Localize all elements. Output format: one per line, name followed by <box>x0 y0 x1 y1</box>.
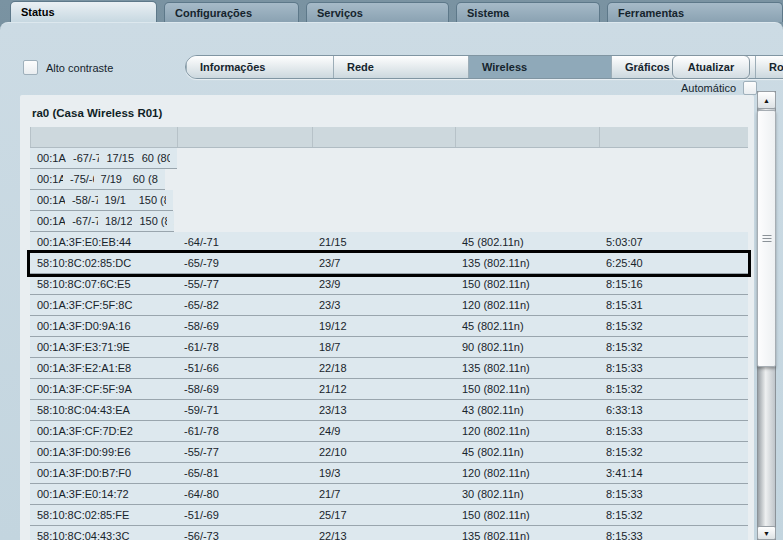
main-tab-label: Sistema <box>467 7 509 19</box>
auto-refresh-checkbox[interactable] <box>743 81 757 95</box>
tab-sistema[interactable]: Sistema <box>456 2 600 22</box>
auto-refresh-control: Automático <box>681 81 757 95</box>
cell-rate: 150 (802.11n) <box>132 215 167 227</box>
cell-mac: 00:1A:3F:CF:7D:E2 <box>30 425 177 437</box>
cell-snr: 23/13 <box>312 404 455 416</box>
cell-mac: 58:10:8C:04:43:3C <box>30 530 177 540</box>
cell-uptime: 8:15:33 <box>599 425 748 437</box>
table-row[interactable]: 00:1A:3F:CF:5F:9A -58/-69 21/12 150 (802… <box>30 379 748 400</box>
cell-snr: 19/3 <box>312 467 455 479</box>
scroll-up-icon[interactable]: ▲ <box>757 91 776 109</box>
cell-signal: -64/-71 <box>177 236 312 248</box>
cell-uptime: 6:33:13 <box>599 404 748 416</box>
refresh-button[interactable]: Atualizar <box>672 55 750 79</box>
cell-mac: 00:1A:3F:CF:5F:9A <box>30 383 177 395</box>
cell-rate: 120 (802.11n) <box>455 467 599 479</box>
main-tab-label: Configurações <box>175 7 252 19</box>
table-row[interactable]: 58:10:8C:04:43:3C -56/-73 22/13 135 (802… <box>30 526 748 540</box>
cell-signal: -55/-77 <box>177 446 312 458</box>
table-row[interactable]: 00:1A:3F:D0:99:E6 -55/-77 22/10 45 (802.… <box>30 442 748 463</box>
tab-configuracoes[interactable]: Configurações <box>164 2 299 22</box>
cell-snr: 17/15 <box>99 152 134 164</box>
table-row[interactable]: 00:1A:3F:E0:EB:44 -64/-71 21/15 45 (802.… <box>30 232 748 253</box>
tab-servicos[interactable]: Serviços <box>306 2 449 22</box>
sub-tab-label: Rotas <box>769 61 783 73</box>
cell-rate: 135 (802.11n) <box>455 530 599 540</box>
cell-rate: 45 (802.11n) <box>455 446 599 458</box>
table-row[interactable]: 00:1A:3F:CF:5F:8C -65/-82 23/3 120 (802.… <box>30 295 748 316</box>
cell-uptime: 5:03:07 <box>599 236 748 248</box>
column-header <box>455 127 599 147</box>
cell-uptime: 3:41:14 <box>599 467 748 479</box>
cell-uptime: 2:54:02 <box>167 215 174 227</box>
cell-rate: 135 (802.11n) <box>455 257 599 269</box>
cell-mac: 00:1A:3F:D0:99:E6 <box>30 446 177 458</box>
table-row[interactable]: 00:1A:3F:E3:71:9E -61/-78 18/7 90 (802.1… <box>30 337 748 358</box>
table-row[interactable]: 00:1A:3F:CE:77:72 -67/-75 18/12 150 (802… <box>30 211 174 232</box>
column-header <box>177 127 312 147</box>
table-row[interactable]: 00:1A:3F:E1:1C:52 -67/-72 17/15 60 (802.… <box>30 148 177 169</box>
wireless-clients-card: ra0 (Casa Wireless R01) 00:1A:3F:E1:1C:5… <box>20 95 754 540</box>
cell-rate: 135 (802.11n) <box>455 362 599 374</box>
cell-signal: -51/-66 <box>177 362 312 374</box>
cell-snr: 23/3 <box>312 299 455 311</box>
cell-uptime: 8:15:32 <box>599 509 748 521</box>
cell-mac: 00:1A:3F:E2:A1:E8 <box>30 362 177 374</box>
scrollbar-thumb[interactable] <box>757 110 776 367</box>
cell-mac: 00:1A:3F:E1:1C:52 <box>30 152 66 164</box>
cell-snr: 21/12 <box>312 383 455 395</box>
table-row[interactable]: 58:10:8C:07:6C:E5 -55/-77 23/9 150 (802.… <box>30 274 748 295</box>
cell-mac: 00:1A:3F:CC:F8:F4 <box>30 173 63 185</box>
subtab-rotas[interactable]: Rotas <box>755 56 783 78</box>
cell-mac: 58:10:8C:04:43:EA <box>30 404 177 416</box>
cell-snr: 23/9 <box>312 278 455 290</box>
cell-snr: 18/12 <box>98 215 132 227</box>
table-row[interactable]: 00:1A:3F:CD:E3:E2 -58/-78 19/1 150 (802.… <box>30 190 173 211</box>
cell-uptime: 8:15:31 <box>599 299 748 311</box>
cell-snr: 22/13 <box>312 530 455 540</box>
cell-signal: -56/-73 <box>177 530 312 540</box>
tab-status[interactable]: Status <box>10 1 157 22</box>
table-row[interactable]: 58:10:8C:02:85:DC -65/-79 23/7 135 (802.… <box>30 253 748 274</box>
subtab-wireless[interactable]: Wireless <box>468 56 611 78</box>
column-header <box>599 127 748 147</box>
cell-mac: 00:1A:3F:E0:EB:44 <box>30 236 177 248</box>
cell-snr: 21/15 <box>312 236 455 248</box>
cell-signal: -65/-81 <box>177 467 312 479</box>
scroll-down-icon[interactable]: ▼ <box>757 526 776 540</box>
cell-signal: -55/-77 <box>177 278 312 290</box>
table-row[interactable]: 00:1A:3F:E0:14:72 -64/-80 21/7 30 (802.1… <box>30 484 748 505</box>
cell-rate: 150 (802.11n) <box>132 194 166 206</box>
cell-mac: 00:1A:3F:CD:E3:E2 <box>30 194 65 206</box>
cell-rate: 150 (802.11n) <box>455 509 599 521</box>
high-contrast-label: Alto contraste <box>46 62 113 74</box>
high-contrast-control: Alto contraste <box>23 60 113 75</box>
table-row[interactable]: 58:10:8C:02:85:FE -51/-69 25/17 150 (802… <box>30 505 748 526</box>
table-row[interactable]: 00:1A:3F:CF:7D:E2 -61/-78 24/9 120 (802.… <box>30 421 748 442</box>
cell-snr: 23/7 <box>312 257 455 269</box>
tab-ferramentas[interactable]: Ferramentas <box>607 2 783 22</box>
table-row[interactable]: 00:1A:3F:CC:F8:F4 -75/-67 7/19 60 (802.1… <box>30 169 165 190</box>
table-body: 00:1A:3F:E1:1C:52 -67/-72 17/15 60 (802.… <box>30 148 748 540</box>
cell-rate: 60 (802.11n) <box>135 152 170 164</box>
cell-mac: 00:1A:3F:CE:77:72 <box>30 215 65 227</box>
cell-rate: 150 (802.11n) <box>455 278 599 290</box>
table-row[interactable]: 00:1A:3F:E2:A1:E8 -51/-66 22/18 135 (802… <box>30 358 748 379</box>
cell-snr: 21/7 <box>312 488 455 500</box>
vertical-scrollbar: ▲ ▼ <box>757 91 776 540</box>
table-row[interactable]: 00:1A:3F:D0:B7:F0 -65/-81 19/3 120 (802.… <box>30 463 748 484</box>
cell-uptime: 8:15:32 <box>599 446 748 458</box>
cell-signal: -58/-78 <box>65 194 98 206</box>
cell-mac: 58:10:8C:02:85:DC <box>30 257 177 269</box>
high-contrast-checkbox[interactable] <box>23 60 38 75</box>
column-header <box>312 127 455 147</box>
main-tab-label: Serviços <box>317 7 363 19</box>
subtab-informacoes[interactable]: Informações <box>186 56 333 78</box>
cell-rate: 120 (802.11n) <box>455 425 599 437</box>
table-row[interactable]: 00:1A:3F:D0:9A:16 -58/-69 19/12 45 (802.… <box>30 316 748 337</box>
main-tab-label: Ferramentas <box>618 7 684 19</box>
cell-mac: 58:10:8C:07:6C:E5 <box>30 278 177 290</box>
cell-snr: 18/7 <box>312 341 455 353</box>
table-row[interactable]: 58:10:8C:04:43:EA -59/-71 23/13 43 (802.… <box>30 400 748 421</box>
subtab-rede[interactable]: Rede <box>333 56 468 78</box>
